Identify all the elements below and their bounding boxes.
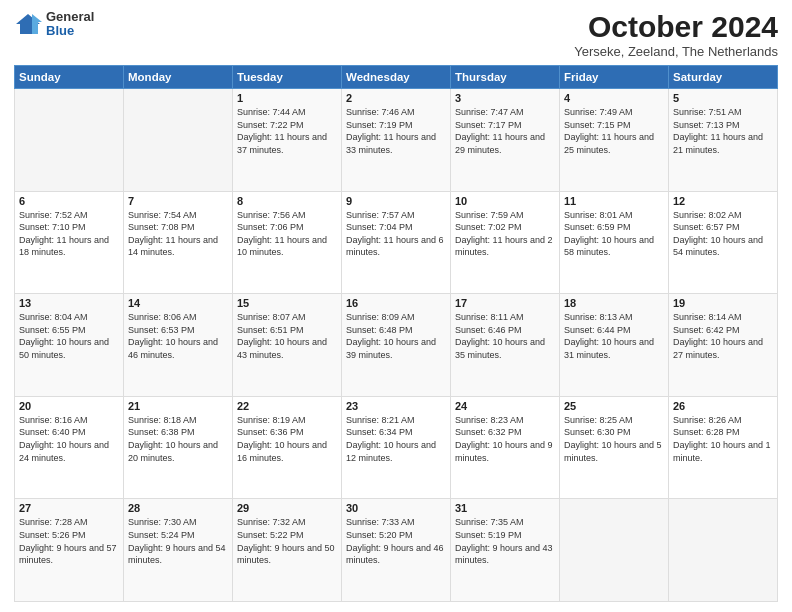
day-info: Sunrise: 7:47 AMSunset: 7:17 PMDaylight:… <box>455 106 555 156</box>
day-info: Sunrise: 8:26 AMSunset: 6:28 PMDaylight:… <box>673 414 773 464</box>
day-info: Sunrise: 7:35 AMSunset: 5:19 PMDaylight:… <box>455 516 555 566</box>
day-number: 2 <box>346 92 446 104</box>
calendar-cell: 23Sunrise: 8:21 AMSunset: 6:34 PMDayligh… <box>342 396 451 499</box>
day-number: 5 <box>673 92 773 104</box>
calendar-week-2: 6Sunrise: 7:52 AMSunset: 7:10 PMDaylight… <box>15 191 778 294</box>
calendar-cell: 4Sunrise: 7:49 AMSunset: 7:15 PMDaylight… <box>560 89 669 192</box>
calendar-cell: 18Sunrise: 8:13 AMSunset: 6:44 PMDayligh… <box>560 294 669 397</box>
day-info: Sunrise: 8:21 AMSunset: 6:34 PMDaylight:… <box>346 414 446 464</box>
day-info: Sunrise: 8:23 AMSunset: 6:32 PMDaylight:… <box>455 414 555 464</box>
calendar-cell: 5Sunrise: 7:51 AMSunset: 7:13 PMDaylight… <box>669 89 778 192</box>
logo-general: General <box>46 10 94 24</box>
day-info: Sunrise: 7:49 AMSunset: 7:15 PMDaylight:… <box>564 106 664 156</box>
calendar-cell: 25Sunrise: 8:25 AMSunset: 6:30 PMDayligh… <box>560 396 669 499</box>
calendar-cell: 17Sunrise: 8:11 AMSunset: 6:46 PMDayligh… <box>451 294 560 397</box>
day-info: Sunrise: 7:32 AMSunset: 5:22 PMDaylight:… <box>237 516 337 566</box>
calendar-cell: 15Sunrise: 8:07 AMSunset: 6:51 PMDayligh… <box>233 294 342 397</box>
calendar-cell: 30Sunrise: 7:33 AMSunset: 5:20 PMDayligh… <box>342 499 451 602</box>
day-info: Sunrise: 7:51 AMSunset: 7:13 PMDaylight:… <box>673 106 773 156</box>
day-number: 1 <box>237 92 337 104</box>
weekday-header-thursday: Thursday <box>451 66 560 89</box>
calendar-cell: 12Sunrise: 8:02 AMSunset: 6:57 PMDayligh… <box>669 191 778 294</box>
calendar-cell <box>15 89 124 192</box>
calendar-cell: 3Sunrise: 7:47 AMSunset: 7:17 PMDaylight… <box>451 89 560 192</box>
day-number: 7 <box>128 195 228 207</box>
day-info: Sunrise: 8:25 AMSunset: 6:30 PMDaylight:… <box>564 414 664 464</box>
day-info: Sunrise: 8:19 AMSunset: 6:36 PMDaylight:… <box>237 414 337 464</box>
calendar-cell: 2Sunrise: 7:46 AMSunset: 7:19 PMDaylight… <box>342 89 451 192</box>
day-number: 18 <box>564 297 664 309</box>
day-info: Sunrise: 7:30 AMSunset: 5:24 PMDaylight:… <box>128 516 228 566</box>
day-number: 14 <box>128 297 228 309</box>
page-subtitle: Yerseke, Zeeland, The Netherlands <box>574 44 778 59</box>
logo-icon <box>14 10 42 38</box>
weekday-header-monday: Monday <box>124 66 233 89</box>
calendar-cell: 11Sunrise: 8:01 AMSunset: 6:59 PMDayligh… <box>560 191 669 294</box>
weekday-header-sunday: Sunday <box>15 66 124 89</box>
day-number: 23 <box>346 400 446 412</box>
logo-text: General Blue <box>46 10 94 39</box>
calendar-cell: 8Sunrise: 7:56 AMSunset: 7:06 PMDaylight… <box>233 191 342 294</box>
day-info: Sunrise: 7:28 AMSunset: 5:26 PMDaylight:… <box>19 516 119 566</box>
day-info: Sunrise: 8:06 AMSunset: 6:53 PMDaylight:… <box>128 311 228 361</box>
calendar-cell: 9Sunrise: 7:57 AMSunset: 7:04 PMDaylight… <box>342 191 451 294</box>
day-number: 6 <box>19 195 119 207</box>
day-info: Sunrise: 7:54 AMSunset: 7:08 PMDaylight:… <box>128 209 228 259</box>
day-number: 17 <box>455 297 555 309</box>
calendar-cell <box>560 499 669 602</box>
day-info: Sunrise: 7:44 AMSunset: 7:22 PMDaylight:… <box>237 106 337 156</box>
calendar-week-3: 13Sunrise: 8:04 AMSunset: 6:55 PMDayligh… <box>15 294 778 397</box>
day-number: 12 <box>673 195 773 207</box>
calendar-cell: 31Sunrise: 7:35 AMSunset: 5:19 PMDayligh… <box>451 499 560 602</box>
day-info: Sunrise: 7:59 AMSunset: 7:02 PMDaylight:… <box>455 209 555 259</box>
day-number: 24 <box>455 400 555 412</box>
day-info: Sunrise: 8:07 AMSunset: 6:51 PMDaylight:… <box>237 311 337 361</box>
day-number: 25 <box>564 400 664 412</box>
page: General Blue October 2024 Yerseke, Zeela… <box>0 0 792 612</box>
day-info: Sunrise: 8:01 AMSunset: 6:59 PMDaylight:… <box>564 209 664 259</box>
day-info: Sunrise: 8:09 AMSunset: 6:48 PMDaylight:… <box>346 311 446 361</box>
calendar-cell: 21Sunrise: 8:18 AMSunset: 6:38 PMDayligh… <box>124 396 233 499</box>
day-info: Sunrise: 7:33 AMSunset: 5:20 PMDaylight:… <box>346 516 446 566</box>
day-number: 11 <box>564 195 664 207</box>
calendar-cell: 26Sunrise: 8:26 AMSunset: 6:28 PMDayligh… <box>669 396 778 499</box>
day-info: Sunrise: 7:46 AMSunset: 7:19 PMDaylight:… <box>346 106 446 156</box>
day-number: 10 <box>455 195 555 207</box>
calendar-cell <box>669 499 778 602</box>
day-number: 27 <box>19 502 119 514</box>
day-info: Sunrise: 8:14 AMSunset: 6:42 PMDaylight:… <box>673 311 773 361</box>
weekday-header-saturday: Saturday <box>669 66 778 89</box>
day-number: 19 <box>673 297 773 309</box>
calendar-cell: 27Sunrise: 7:28 AMSunset: 5:26 PMDayligh… <box>15 499 124 602</box>
title-block: October 2024 Yerseke, Zeeland, The Nethe… <box>574 10 778 59</box>
calendar-cell: 6Sunrise: 7:52 AMSunset: 7:10 PMDaylight… <box>15 191 124 294</box>
calendar-cell: 24Sunrise: 8:23 AMSunset: 6:32 PMDayligh… <box>451 396 560 499</box>
day-info: Sunrise: 8:18 AMSunset: 6:38 PMDaylight:… <box>128 414 228 464</box>
svg-marker-1 <box>32 14 42 34</box>
calendar-cell <box>124 89 233 192</box>
calendar-table: SundayMondayTuesdayWednesdayThursdayFrid… <box>14 65 778 602</box>
calendar-cell: 13Sunrise: 8:04 AMSunset: 6:55 PMDayligh… <box>15 294 124 397</box>
day-number: 31 <box>455 502 555 514</box>
weekday-header-friday: Friday <box>560 66 669 89</box>
day-number: 8 <box>237 195 337 207</box>
day-number: 30 <box>346 502 446 514</box>
day-number: 29 <box>237 502 337 514</box>
day-number: 15 <box>237 297 337 309</box>
calendar-cell: 28Sunrise: 7:30 AMSunset: 5:24 PMDayligh… <box>124 499 233 602</box>
header: General Blue October 2024 Yerseke, Zeela… <box>14 10 778 59</box>
calendar-cell: 20Sunrise: 8:16 AMSunset: 6:40 PMDayligh… <box>15 396 124 499</box>
calendar-week-1: 1Sunrise: 7:44 AMSunset: 7:22 PMDaylight… <box>15 89 778 192</box>
day-number: 4 <box>564 92 664 104</box>
day-number: 21 <box>128 400 228 412</box>
day-info: Sunrise: 8:02 AMSunset: 6:57 PMDaylight:… <box>673 209 773 259</box>
calendar-cell: 22Sunrise: 8:19 AMSunset: 6:36 PMDayligh… <box>233 396 342 499</box>
day-number: 20 <box>19 400 119 412</box>
calendar-cell: 7Sunrise: 7:54 AMSunset: 7:08 PMDaylight… <box>124 191 233 294</box>
day-number: 26 <box>673 400 773 412</box>
calendar-week-5: 27Sunrise: 7:28 AMSunset: 5:26 PMDayligh… <box>15 499 778 602</box>
day-info: Sunrise: 7:52 AMSunset: 7:10 PMDaylight:… <box>19 209 119 259</box>
day-info: Sunrise: 8:11 AMSunset: 6:46 PMDaylight:… <box>455 311 555 361</box>
page-title: October 2024 <box>574 10 778 44</box>
day-number: 22 <box>237 400 337 412</box>
